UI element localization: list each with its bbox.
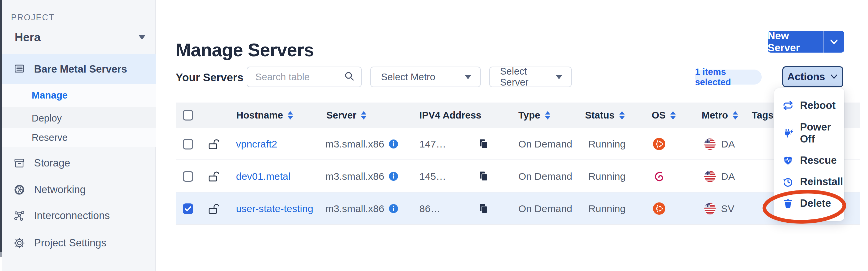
chevron-down-icon [465,75,471,79]
rescue-icon [783,155,793,166]
selection-count-badge: 1 items selected [695,70,762,84]
billing-type: On Demand [518,128,572,160]
search-icon[interactable] [344,71,354,82]
search-input[interactable] [255,71,344,83]
table-row: dev01.metal m3.small.x86 145… On Demand … [176,160,860,193]
table-row: vpncraft2 m3.small.x86 147… On Demand Ru… [176,128,860,160]
new-server-label: New Server [768,31,824,53]
menu-item-label: Rescue [800,155,837,166]
copy-icon[interactable] [478,193,489,225]
unlocked-padlock-icon[interactable] [207,160,220,193]
power-off-icon [783,128,793,138]
sidebar-item-manage[interactable]: Manage [2,84,156,107]
menu-item-delete[interactable]: Delete [774,197,844,209]
sort-icon[interactable] [288,111,293,120]
column-header-server[interactable]: Server [326,103,366,128]
chevron-down-icon [830,74,838,79]
project-selector[interactable]: Hera [15,31,145,44]
info-icon[interactable] [389,204,398,213]
metro-filter-label: Select Metro [381,72,435,82]
info-icon[interactable] [389,172,398,181]
sidebar-item-networking[interactable]: Networking [2,180,156,199]
sidebar-item-storage[interactable]: Storage [2,154,156,172]
new-server-button[interactable]: New Server [768,31,844,53]
actions-menu: Reboot Power Off Rescue Reinstall Delete [774,88,844,221]
status-text: Running [588,128,626,160]
row-checkbox-checked[interactable] [183,203,193,214]
menu-item-rescue[interactable]: Rescue [774,155,844,166]
app-window: PROJECT Hera Bare Metal Servers Manage D… [0,0,868,271]
sidebar-item-reserve[interactable]: Reserve [2,128,156,147]
unlocked-padlock-icon[interactable] [207,193,220,225]
menu-item-label: Delete [800,197,831,209]
server-filter-label: Select Server [500,66,556,88]
ubuntu-os-icon [653,128,665,160]
sort-icon[interactable] [545,111,550,120]
sidebar-item-label: Deploy [32,113,62,124]
menu-item-power-off[interactable]: Power Off [774,121,844,145]
ipv4-address: 86… [419,193,440,225]
actions-button[interactable]: Actions [782,66,843,87]
column-header-os[interactable]: OS [652,103,676,128]
server-icon [13,63,25,76]
row-checkbox[interactable] [183,171,193,182]
sidebar-item-label: Bare Metal Servers [34,63,127,75]
storage-box-icon [13,157,25,169]
chevron-down-icon[interactable] [824,31,844,53]
sidebar-item-project-settings[interactable]: Project Settings [2,234,156,252]
reboot-icon [783,100,793,111]
column-header-tags[interactable]: Tags [752,103,774,128]
copy-icon[interactable] [478,160,489,193]
server-filter-select[interactable]: Select Server [489,67,572,87]
sidebar-item-deploy[interactable]: Deploy [2,107,156,130]
info-icon[interactable] [389,139,398,148]
left-edge-scroll-thumb [0,252,2,257]
hostname-link[interactable]: vpncraft2 [236,128,277,160]
menu-item-label: Reboot [800,100,836,111]
copy-icon[interactable] [478,128,489,160]
column-header-ipv4: IPV4 Address [419,103,481,128]
us-flag-icon [704,171,716,182]
sidebar-item-interconnections[interactable]: Interconnections [2,206,156,225]
chevron-down-icon [556,75,562,79]
unlocked-padlock-icon[interactable] [207,128,220,160]
sidebar-item-bare-metal-servers[interactable]: Bare Metal Servers [2,54,156,84]
sort-icon[interactable] [619,111,625,120]
table-header: Hostname Server IPV4 Address Type Status… [176,103,860,128]
hostname-link[interactable]: dev01.metal [236,160,290,193]
billing-type: On Demand [518,193,572,225]
ipv4-address: 147… [419,128,446,160]
sort-icon[interactable] [361,111,366,120]
project-name: Hera [15,31,41,44]
globe-icon [13,184,25,196]
page-title: Manage Servers [176,38,314,62]
menu-item-reinstall[interactable]: Reinstall [774,176,844,188]
column-header-status[interactable]: Status [585,103,625,128]
ubuntu-os-icon [653,193,665,225]
sidebar-item-label: Reserve [32,132,68,143]
chevron-down-icon [139,35,145,40]
select-all-checkbox[interactable] [183,110,193,121]
column-header-hostname[interactable]: Hostname [236,103,293,128]
column-header-type[interactable]: Type [518,103,550,128]
sidebar-item-label: Project Settings [34,237,106,249]
project-label: PROJECT [11,13,55,22]
select-all-checkbox-cell [183,103,193,128]
gear-icon [13,237,25,249]
metro-filter-select[interactable]: Select Metro [370,67,480,87]
us-flag-icon [704,138,716,150]
hostname-link[interactable]: user-state-testing [236,193,313,225]
sort-icon[interactable] [733,111,738,120]
debian-os-icon [653,160,665,193]
sidebar-item-label: Networking [34,184,86,196]
server-type: m3.small.x86 [326,171,384,182]
row-checkbox[interactable] [183,139,193,149]
menu-item-label: Reinstall [800,176,843,188]
ipv4-address: 145… [419,160,446,193]
metro-code: DA [721,138,735,150]
menu-item-reboot[interactable]: Reboot [774,100,844,111]
sort-icon[interactable] [670,111,676,120]
sidebar-item-label: Interconnections [34,210,110,222]
actions-button-label: Actions [787,71,825,83]
column-header-metro[interactable]: Metro [702,103,738,128]
